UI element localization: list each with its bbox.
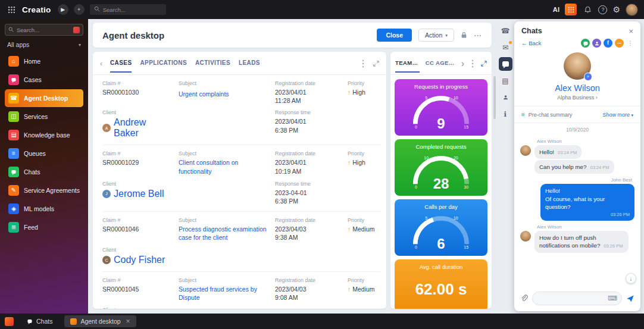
chat-message-input[interactable]: ⌨ (532, 292, 622, 305)
svg-text:20: 20 (454, 156, 458, 160)
sidebar-item-ml-models[interactable]: ◈ ML models (5, 200, 83, 218)
all-apps-label: All apps (7, 41, 29, 48)
client-link[interactable]: Cody Fisher (114, 255, 165, 265)
scroll-to-bottom-button[interactable]: ↓ (626, 273, 636, 284)
sidebar-item-home[interactable]: ⌂ Home (5, 52, 83, 70)
contacts-icon[interactable] (499, 90, 512, 104)
chat-bubble-glyph (502, 61, 509, 67)
show-more-link[interactable]: Show more ▾ (602, 112, 633, 118)
service-agreements-icon: ✎ (8, 185, 19, 196)
client-link[interactable]: Jerome Bell (114, 189, 164, 199)
app-launcher-grid-icon[interactable] (6, 4, 17, 15)
kpi-tile-completed-requests: Completed requests010203028 (395, 139, 487, 196)
case-row[interactable]: Claim # SR00001045 Subject Suspected fra… (102, 272, 380, 309)
sidebar-item-cases[interactable]: Cases (5, 71, 83, 89)
tab-applications[interactable]: APPLICATIONS (140, 59, 187, 73)
info-icon[interactable]: ℹ (499, 107, 512, 121)
agent-desktop-icon: ☎ (8, 93, 19, 104)
phone-icon[interactable]: ☎ (499, 24, 512, 37)
tab-leads[interactable]: LEADS (239, 59, 260, 73)
main-scrollbar[interactable] (493, 76, 496, 119)
contact-company-link[interactable]: Alpha Business › (514, 95, 640, 101)
message-avatar (520, 145, 531, 156)
chat-close-icon[interactable]: × (629, 27, 633, 35)
sidebar-search-input[interactable]: Search... (5, 24, 83, 36)
case-row[interactable]: Claim # SR00001030 Subject Urgent compla… (102, 75, 380, 145)
subject-link[interactable]: Process diagnostic examination case for … (179, 225, 269, 242)
sidebar-item-knowledge-base[interactable]: ▤ Knowledge base (5, 126, 83, 144)
tab-cases[interactable]: CASES (110, 59, 132, 73)
sidebar-item-feed[interactable]: ≣ Feed (5, 218, 83, 236)
form-icon[interactable]: ▤ (499, 74, 512, 87)
add-button[interactable]: + (74, 4, 85, 15)
play-button[interactable]: ▶ (58, 4, 68, 15)
kpi-expand-icon[interactable] (481, 61, 487, 67)
tabs-scroll-left-icon[interactable]: ‹ (100, 59, 102, 73)
channel-facebook-icon[interactable]: f (604, 39, 612, 48)
channels-kebab-icon[interactable]: ⋮ (627, 40, 633, 46)
send-button[interactable] (626, 294, 634, 303)
tab-activities[interactable]: ACTIVITIES (195, 59, 230, 73)
more-options-icon[interactable]: ⋯ (474, 31, 482, 40)
sidebar-item-services[interactable]: ◫ Services (5, 108, 83, 126)
svg-text:5: 5 (425, 216, 427, 220)
mail-icon[interactable]: ✉ (499, 40, 512, 54)
client-label: Client (102, 307, 173, 309)
kpi-title: Completed requests (399, 143, 483, 150)
summary-list-icon: ≡ (521, 111, 525, 118)
sidebar: Search... All apps ▾ ⌂ Home Cases ☎ Agen… (0, 19, 88, 314)
sidebar-item-chats[interactable]: Chats (5, 163, 83, 181)
case-row[interactable]: Claim # SR00001046 Subject Process diagn… (102, 212, 380, 272)
settings-gear-icon[interactable]: ⚙ (612, 5, 620, 14)
action-button-label: Action (425, 32, 442, 39)
sidebar-item-agent-desktop[interactable]: ☎ Agent Desktop (5, 89, 83, 107)
chat-messages: ↓ Alex Wilson Hello!03:24 PM Can you hel… (514, 134, 640, 287)
tab-cc-agent-ho[interactable]: CC AGENT HO (426, 59, 457, 73)
case-row[interactable]: Claim # SR00001029 Subject Client consul… (102, 145, 380, 212)
taskbar-tab-chats[interactable]: Chats (21, 315, 58, 327)
workspace-apps-button[interactable] (565, 4, 577, 15)
subject-link[interactable]: Client consultation on functionality (179, 158, 269, 175)
client-avatar: C (102, 256, 111, 264)
taskbar-start-icon[interactable] (5, 317, 14, 326)
ai-button[interactable]: AI (553, 6, 560, 13)
channel-more-icon[interactable]: ⋯ (615, 39, 624, 48)
attach-file-icon[interactable] (520, 294, 528, 302)
tab-team-kpis[interactable]: TEAM KPIS (395, 59, 420, 73)
kebab-menu-icon[interactable]: ⋮ (358, 58, 368, 69)
kebab-menu-icon[interactable]: ⋮ (468, 58, 477, 69)
chat-icon[interactable] (499, 57, 512, 71)
client-link[interactable]: Andrew Baker (114, 117, 173, 139)
action-button[interactable]: Action ▾ (418, 29, 454, 42)
notifications-bell-icon[interactable] (582, 4, 593, 15)
kpi-value: 6 (399, 237, 483, 251)
subject-link[interactable]: Urgent complaints (179, 90, 229, 98)
all-apps-dropdown[interactable]: All apps ▾ (5, 36, 83, 52)
back-link[interactable]: ← Back (521, 40, 541, 46)
tab-close-icon[interactable]: × (126, 318, 130, 325)
global-search-input[interactable]: Search... (90, 4, 166, 15)
kpi-tile-calls-per-day: Calls per day0510156 (395, 199, 487, 256)
tabs-scroll-right-icon[interactable]: › (461, 58, 464, 69)
message-bubble: Hello! Of course, what is your question?… (540, 184, 634, 221)
taskbar-tab-agent-desktop[interactable]: Agent desktop × (64, 315, 136, 327)
registration-date-value: 2023/04/01 11:28 AM (275, 88, 342, 105)
close-button[interactable]: Close (377, 29, 412, 42)
sidebar-item-label: Home (24, 58, 40, 65)
channel-chat-icon[interactable] (581, 39, 590, 48)
help-icon[interactable]: ? (598, 5, 607, 14)
keyboard-icon[interactable]: ⌨ (608, 294, 617, 302)
contact-name-link[interactable]: Alex Wilson (514, 83, 640, 93)
message-time: 03:26 PM (604, 243, 623, 249)
kpi-panel: TEAM KPISCC AGENT HO › ⋮ Requests in pro… (390, 52, 492, 309)
expand-icon[interactable] (373, 61, 379, 67)
channel-contact-icon[interactable] (592, 39, 601, 48)
kpi-tile-avg-call-duration: Avg. call duration62.00 s (395, 259, 487, 309)
sidebar-item-service-agreements[interactable]: ✎ Service Agreements (5, 181, 83, 199)
lock-icon[interactable] (461, 32, 467, 39)
search-icon (94, 6, 100, 13)
message-author: John Best (543, 177, 632, 183)
user-avatar[interactable] (626, 4, 638, 16)
subject-link[interactable]: Suspected fraud services by Dispute (179, 285, 269, 302)
sidebar-item-queues[interactable]: ≡ Queues (5, 145, 83, 162)
